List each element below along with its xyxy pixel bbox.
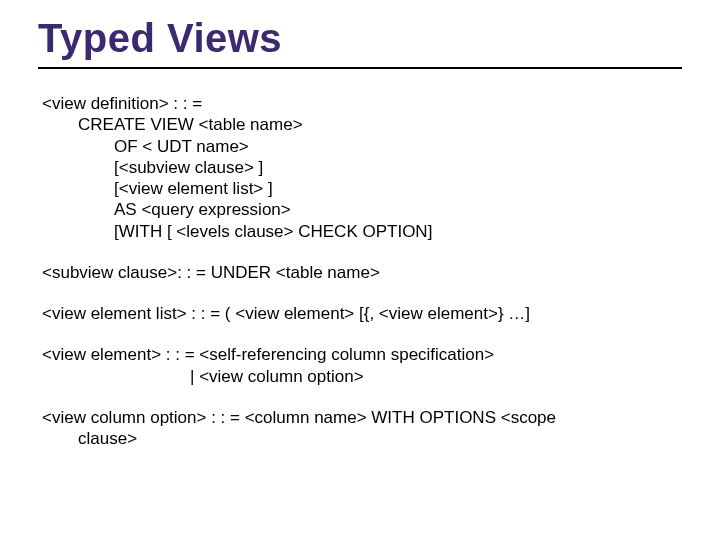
grammar-line: [<view element list> ]: [42, 178, 670, 199]
view-element-list-block: <view element list> : : = ( <view elemen…: [42, 303, 670, 324]
body: <view definition> : : = CREATE VIEW <tab…: [0, 69, 720, 449]
subview-clause-block: <subview clause>: : = UNDER <table name>: [42, 262, 670, 283]
grammar-line: <view element list> : : = ( <view elemen…: [42, 303, 670, 324]
grammar-line: <view definition> : : =: [42, 93, 670, 114]
grammar-line: CREATE VIEW <table name>: [42, 114, 670, 135]
grammar-line: clause>: [42, 428, 670, 449]
grammar-line: <view element> : : = <self-referencing c…: [42, 344, 670, 365]
grammar-line: [WITH [ <levels clause> CHECK OPTION]: [42, 221, 670, 242]
grammar-line: [<subview clause> ]: [42, 157, 670, 178]
page-title: Typed Views: [38, 16, 720, 61]
grammar-line: | <view column option>: [42, 366, 670, 387]
view-column-option-block: <view column option> : : = <column name>…: [42, 407, 670, 450]
grammar-line: <subview clause>: : = UNDER <table name>: [42, 262, 670, 283]
grammar-line: <view column option> : : = <column name>…: [42, 407, 670, 428]
grammar-line: OF < UDT name>: [42, 136, 670, 157]
slide: Typed Views <view definition> : : = CREA…: [0, 0, 720, 540]
grammar-line: AS <query expression>: [42, 199, 670, 220]
title-area: Typed Views: [0, 0, 720, 69]
view-definition-block: <view definition> : : = CREATE VIEW <tab…: [42, 93, 670, 242]
view-element-block: <view element> : : = <self-referencing c…: [42, 344, 670, 387]
